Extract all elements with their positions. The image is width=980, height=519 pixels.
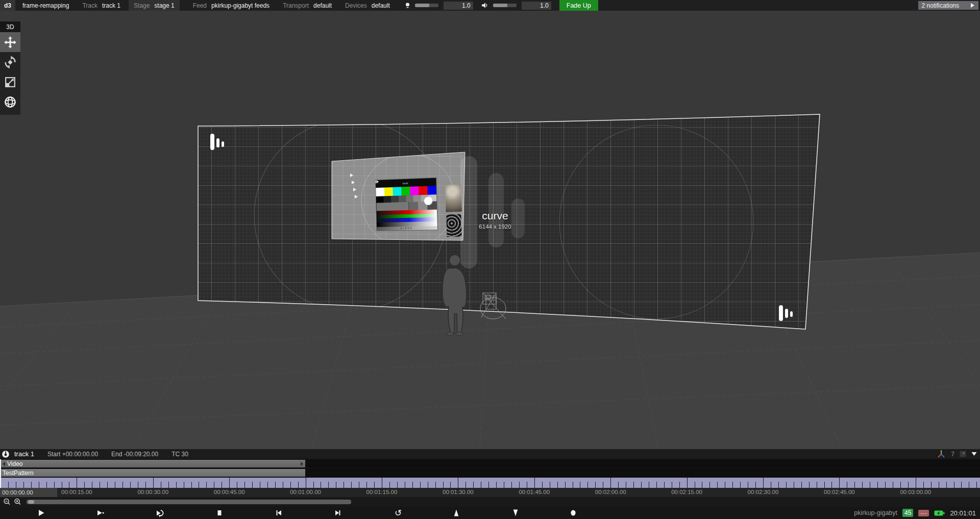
ruler-minor-tick bbox=[969, 482, 969, 488]
ruler-minor-tick bbox=[344, 482, 344, 488]
speaker-icon bbox=[481, 2, 489, 9]
brightness-value[interactable]: 1.0 bbox=[444, 2, 473, 10]
ruler-minor-tick bbox=[862, 482, 863, 488]
brightness-slider[interactable] bbox=[415, 4, 438, 7]
menu-devices[interactable]: Devices default bbox=[345, 0, 390, 11]
ruler-timecode-label: 00:00:45.00 bbox=[201, 489, 257, 495]
ruler-minor-tick bbox=[740, 482, 741, 488]
grid-toggle-icon[interactable] bbox=[960, 451, 966, 457]
ruler-minor-tick bbox=[542, 482, 543, 488]
globe-icon bbox=[4, 95, 17, 109]
ruler-minor-tick bbox=[69, 482, 69, 488]
layer-scroll-right-icon[interactable] bbox=[301, 462, 303, 466]
ruler-minor-tick bbox=[702, 482, 702, 488]
world-axes-button[interactable] bbox=[0, 92, 20, 112]
ruler-minor-tick bbox=[908, 482, 909, 488]
ruler-minor-tick bbox=[527, 482, 527, 488]
view-mode-label[interactable]: 3D bbox=[0, 21, 20, 32]
skip-to-start-button[interactable] bbox=[274, 508, 284, 518]
ruler-minor-tick bbox=[885, 482, 886, 488]
track-name[interactable]: track 1 bbox=[14, 450, 34, 458]
loop-play-button[interactable] bbox=[155, 508, 165, 518]
track-counter: 7 bbox=[951, 451, 954, 458]
ruler-major-tick bbox=[839, 478, 840, 488]
menu-feed[interactable]: Feed pkirkup-gigabyt feeds bbox=[193, 0, 270, 11]
ruler-minor-tick bbox=[709, 482, 710, 488]
move-icon bbox=[4, 36, 17, 49]
d3-app-menu[interactable]: d3 bbox=[0, 0, 15, 11]
ruler-minor-tick bbox=[870, 482, 870, 488]
menu-transport[interactable]: Transport default bbox=[283, 0, 332, 11]
stage-3d-viewport[interactable]: curve 6144 x 1920 testALPHA bbox=[0, 11, 980, 449]
notifications-badge[interactable]: 2 notifications bbox=[918, 1, 978, 10]
ruler-timecode-label: 00:03:00.00 bbox=[888, 489, 944, 495]
d3-application-window: d3 frame-remapping Track track 1 Stage s… bbox=[0, 0, 980, 519]
volume-slider[interactable] bbox=[493, 4, 517, 7]
curve-screen-surface[interactable] bbox=[194, 110, 827, 335]
ruler-minor-tick bbox=[565, 482, 566, 488]
ruler-minor-tick bbox=[573, 482, 573, 488]
collapse-panel-icon[interactable] bbox=[971, 452, 977, 456]
scrollbar-knob[interactable] bbox=[28, 500, 34, 504]
ruler-minor-tick bbox=[488, 482, 489, 488]
skip-to-end-button[interactable] bbox=[333, 508, 343, 518]
section-down-button[interactable] bbox=[510, 508, 521, 518]
video-layer-bar[interactable]: Video bbox=[1, 460, 305, 467]
volume-value[interactable]: 1.0 bbox=[522, 2, 551, 10]
axes-icon[interactable] bbox=[937, 450, 946, 458]
layer-scroll-left-icon[interactable] bbox=[3, 462, 5, 466]
scale-tool-button[interactable] bbox=[0, 72, 20, 92]
ruler-minor-tick bbox=[794, 482, 794, 488]
ruler-minor-tick bbox=[405, 482, 405, 488]
ruler-minor-tick bbox=[389, 482, 390, 488]
rotate-tool-button[interactable] bbox=[0, 52, 20, 72]
testpattern-layer-bar[interactable]: TestPattern bbox=[1, 469, 305, 477]
layer-group-name: Video bbox=[7, 460, 22, 467]
status-readout: pkirkup-gigabyt 45 --- 20:01:01 bbox=[854, 507, 976, 519]
project-name[interactable]: frame-remapping bbox=[22, 2, 69, 9]
ruler-minor-tick bbox=[275, 482, 276, 488]
zoom-out-icon[interactable] bbox=[3, 498, 11, 506]
ruler-minor-tick bbox=[8, 482, 9, 488]
testpattern-layer-row: TestPattern bbox=[0, 468, 980, 477]
ruler-minor-tick bbox=[626, 482, 626, 488]
zoom-in-icon[interactable] bbox=[14, 498, 21, 506]
ruler-major-tick bbox=[610, 478, 611, 488]
track-timecode-rate: TC 30 bbox=[172, 451, 188, 458]
projection-surface[interactable] bbox=[329, 149, 467, 248]
return-to-start-button[interactable]: ↺ bbox=[393, 508, 403, 518]
stop-button[interactable] bbox=[214, 508, 225, 518]
menu-stage[interactable]: Stage stage 1 bbox=[129, 0, 180, 11]
ruler-minor-tick bbox=[31, 482, 32, 488]
ruler-minor-tick bbox=[931, 482, 932, 488]
ruler-timecode-label: 00:00:30.00 bbox=[125, 489, 181, 495]
ruler-minor-tick bbox=[359, 482, 359, 488]
ruler-minor-tick bbox=[351, 482, 352, 488]
expand-notifications-icon bbox=[970, 3, 975, 8]
ruler-minor-tick bbox=[939, 482, 939, 488]
fade-up-button[interactable]: Fade Up bbox=[559, 0, 598, 11]
ruler-minor-tick bbox=[222, 482, 222, 488]
move-tool-button[interactable] bbox=[0, 32, 20, 52]
ruler-minor-tick bbox=[374, 482, 375, 488]
section-up-button[interactable] bbox=[451, 508, 461, 518]
play-section-button[interactable] bbox=[95, 508, 106, 518]
ruler-minor-tick bbox=[664, 482, 665, 488]
track-clock-icon[interactable] bbox=[2, 450, 10, 458]
ruler-major-tick bbox=[458, 478, 458, 488]
ruler-minor-tick bbox=[786, 482, 787, 488]
ruler-minor-tick bbox=[107, 482, 108, 488]
timeline-panel: track 1 Start +00:00:00.00 End -00:09:20… bbox=[0, 449, 980, 519]
ruler-minor-tick bbox=[854, 482, 855, 488]
record-button[interactable] bbox=[568, 508, 578, 518]
timeline-scrollbar[interactable] bbox=[27, 500, 351, 504]
timeline-ruler[interactable] bbox=[0, 478, 980, 488]
playhead[interactable] bbox=[0, 459, 1, 488]
ruler-minor-tick bbox=[161, 482, 161, 488]
ruler-minor-tick bbox=[412, 482, 413, 488]
menu-track[interactable]: Track track 1 bbox=[82, 0, 120, 11]
ruler-minor-tick bbox=[328, 482, 329, 488]
play-button[interactable] bbox=[36, 508, 46, 518]
ruler-major-tick bbox=[687, 478, 688, 488]
ruler-minor-tick bbox=[641, 482, 642, 488]
